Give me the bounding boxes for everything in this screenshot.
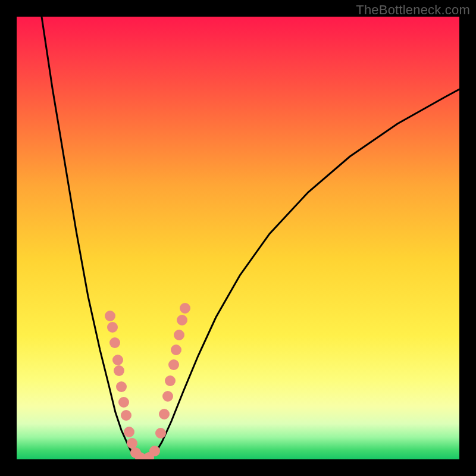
curve-svg xyxy=(17,17,459,459)
data-marker xyxy=(180,303,190,314)
data-marker xyxy=(162,391,173,402)
data-marker xyxy=(118,397,129,408)
data-marker xyxy=(121,410,131,421)
data-marker xyxy=(114,365,124,376)
data-marker xyxy=(171,345,181,355)
data-marker xyxy=(127,438,137,449)
data-marker xyxy=(116,381,127,392)
data-marker xyxy=(107,322,118,333)
curve-right xyxy=(149,89,459,458)
data-marker xyxy=(130,447,141,458)
data-marker xyxy=(149,446,160,456)
data-marker xyxy=(165,375,176,386)
curve-left xyxy=(42,17,140,458)
data-marker xyxy=(159,409,170,419)
data-marker xyxy=(105,311,115,321)
data-marker xyxy=(143,452,154,459)
data-marker xyxy=(168,359,179,370)
data-markers xyxy=(105,303,190,459)
plot-area xyxy=(17,17,459,459)
data-marker xyxy=(155,428,166,439)
data-marker xyxy=(124,427,134,437)
data-marker xyxy=(112,355,123,365)
watermark-text: TheBottleneck.com xyxy=(356,2,470,18)
data-marker xyxy=(109,337,120,348)
data-marker xyxy=(174,330,184,340)
chart-frame: TheBottleneck.com xyxy=(0,0,476,476)
data-marker xyxy=(177,315,187,325)
data-marker xyxy=(135,452,146,459)
